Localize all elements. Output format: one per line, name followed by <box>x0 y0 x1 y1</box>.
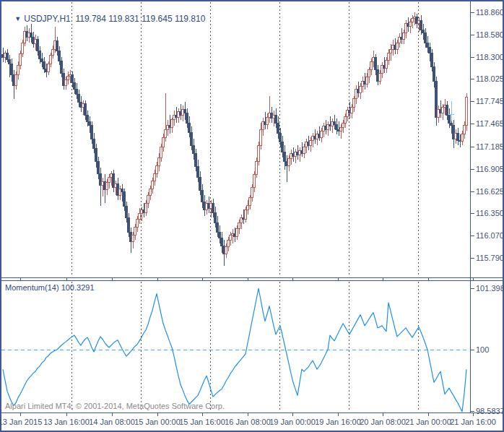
price-axis[interactable] <box>470 1 504 412</box>
momentum-panel[interactable] <box>0 281 469 412</box>
time-axis[interactable] <box>0 413 504 432</box>
main-chart-panel[interactable] <box>0 1 469 277</box>
chart-window: ▼USDJPY,H1 119.784 119.831 119.645 119.8… <box>0 0 504 432</box>
